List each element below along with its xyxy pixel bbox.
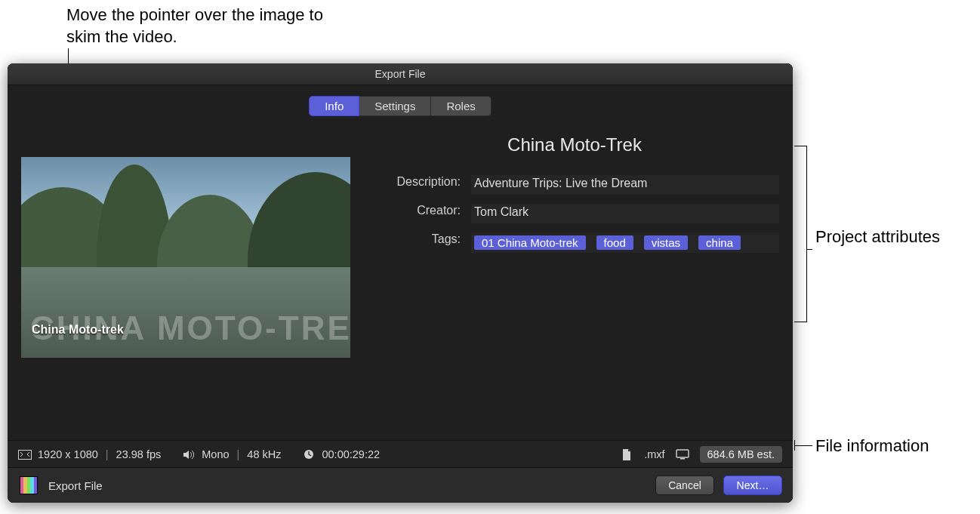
display-icon xyxy=(676,449,689,460)
duration-value: 00:00:29:22 xyxy=(322,448,380,460)
callout-line xyxy=(806,249,812,250)
callout-file-information: File information xyxy=(815,436,966,457)
window-body: Info Settings Roles CHINA MOTO-TREK Chin… xyxy=(8,85,793,452)
project-attributes-panel: China Moto-Trek Description: Adventure T… xyxy=(350,127,779,262)
file-info-status-bar: 1920 x 1080 | 23.98 fps Mono | 48 kHz 00… xyxy=(8,440,793,468)
project-title: China Moto-Trek xyxy=(370,134,779,155)
tab-settings[interactable]: Settings xyxy=(359,96,431,116)
video-preview-skimmer[interactable]: CHINA MOTO-TREK China Moto-trek xyxy=(21,157,350,358)
export-file-window: Export File Info Settings Roles CHINA MO… xyxy=(8,63,793,503)
svg-rect-2 xyxy=(676,450,689,457)
window-titlebar[interactable]: Export File xyxy=(8,63,793,85)
tabs-segmented-control: Info Settings Roles xyxy=(21,96,779,116)
callout-skim-video: Move the pointer over the image to skim … xyxy=(66,5,338,48)
tags-field[interactable]: 01 China Moto-trek food vistas china xyxy=(471,232,779,253)
attr-row-tags: Tags: 01 China Moto-trek food vistas chi… xyxy=(370,232,779,253)
speaker-icon xyxy=(182,449,196,460)
share-preset-name: Export File xyxy=(48,479,103,492)
svg-rect-3 xyxy=(680,458,685,460)
share-preset-icon[interactable] xyxy=(18,475,39,496)
tab-roles[interactable]: Roles xyxy=(431,96,491,116)
callout-bracket xyxy=(794,146,807,322)
tab-info[interactable]: Info xyxy=(309,96,359,116)
tag-token[interactable]: 01 China Moto-trek xyxy=(474,235,586,250)
cancel-button[interactable]: Cancel xyxy=(655,476,714,495)
divider: | xyxy=(237,448,240,460)
tag-token[interactable]: food xyxy=(596,235,633,250)
divider: | xyxy=(106,448,109,460)
resolution-value: 1920 x 1080 xyxy=(38,448,98,460)
clock-icon xyxy=(302,449,316,460)
frame-icon xyxy=(18,449,32,460)
window-footer: Export File Cancel Next… xyxy=(8,467,793,503)
svg-rect-0 xyxy=(19,450,32,459)
attr-row-description: Description: Adventure Trips: Live the D… xyxy=(370,175,779,195)
tag-token[interactable]: vistas xyxy=(644,235,688,250)
preview-art xyxy=(157,195,263,278)
creator-field[interactable]: Tom Clark xyxy=(471,204,779,223)
callout-line xyxy=(794,445,812,446)
window-title: Export File xyxy=(375,68,426,80)
tags-label: Tags: xyxy=(370,232,471,246)
creator-label: Creator: xyxy=(370,204,471,217)
tag-token[interactable]: china xyxy=(698,235,741,250)
description-field[interactable]: Adventure Trips: Live the Dream xyxy=(471,175,779,195)
callout-project-attributes: Project attributes xyxy=(815,226,966,248)
audio-rate-value: 48 kHz xyxy=(247,448,281,460)
file-icon xyxy=(620,449,633,460)
container-format-value: .mxf xyxy=(644,448,664,460)
audio-channels-value: Mono xyxy=(202,448,229,460)
next-button[interactable]: Next… xyxy=(723,476,782,495)
fps-value: 23.98 fps xyxy=(116,448,162,460)
description-label: Description: xyxy=(370,175,471,189)
callout-line xyxy=(794,440,795,451)
file-size-estimate: 684.6 MB est. xyxy=(700,446,782,463)
preview-caption: China Moto-trek xyxy=(32,323,124,337)
preview-art xyxy=(248,172,350,278)
attr-row-creator: Creator: Tom Clark xyxy=(370,204,779,223)
